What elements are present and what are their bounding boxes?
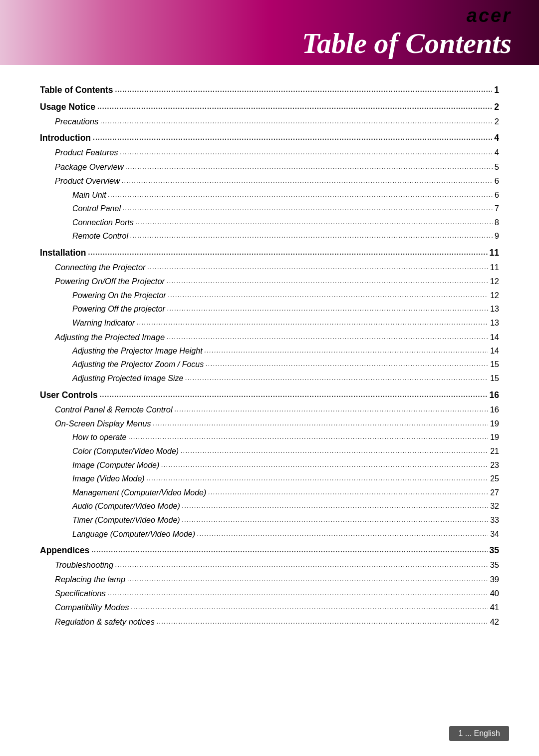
toc-item-36: Compatibility Modes41	[40, 601, 499, 614]
toc-item-30: Timer (Computer/Video Mode)33	[40, 514, 499, 527]
toc-page-35: 40	[490, 587, 499, 600]
toc-item-5: Package Overview5	[40, 160, 499, 173]
toc-dots-37	[157, 614, 488, 627]
toc-item-37: Regulation & safety notices42	[40, 615, 499, 628]
toc-page-6: 6	[495, 174, 499, 187]
toc-dots-33	[115, 557, 488, 570]
toc-dots-17	[167, 330, 488, 343]
toc-item-21: User Controls16	[40, 388, 499, 402]
toc-page-29: 32	[490, 500, 499, 513]
footer-language: English	[474, 729, 500, 738]
toc-item-9: Connection Ports8	[40, 216, 499, 229]
toc-page-16: 13	[490, 317, 499, 330]
toc-page-2: 2	[495, 115, 499, 128]
toc-content: Table of Contents1Usage Notice2Precautio…	[0, 65, 539, 659]
toc-page-18: 14	[490, 345, 499, 358]
toc-dots-16	[137, 316, 488, 329]
footer-separator: ...	[465, 729, 474, 738]
footer-page-indicator: 1 ... English	[449, 726, 509, 741]
toc-label-32: Appendices	[40, 543, 89, 557]
toc-item-8: Control Panel7	[40, 202, 499, 215]
toc-page-28: 27	[490, 486, 499, 499]
toc-page-3: 4	[494, 131, 499, 145]
toc-page-17: 14	[490, 331, 499, 344]
toc-label-29: Audio (Computer/Video Mode)	[72, 500, 180, 513]
toc-page-11: 11	[490, 246, 499, 260]
toc-item-18: Adjusting the Projector Image Height14	[40, 345, 499, 358]
toc-page-31: 34	[490, 528, 499, 541]
toc-page-4: 4	[495, 146, 499, 159]
toc-page-8: 7	[495, 202, 499, 215]
toc-dots-12	[148, 260, 488, 273]
toc-item-15: Powering Off the projector13	[40, 303, 499, 316]
toc-item-35: Specifications40	[40, 587, 499, 600]
toc-label-0: Table of Contents	[40, 83, 113, 97]
toc-item-13: Powering On/Off the Projector12	[40, 275, 499, 288]
toc-dots-0	[115, 82, 492, 96]
toc-item-22: Control Panel & Remote Control16	[40, 403, 499, 416]
toc-dots-24	[129, 430, 489, 443]
toc-dots-10	[130, 229, 493, 242]
toc-item-27: Image (Video Mode)25	[40, 472, 499, 485]
toc-page-36: 41	[490, 601, 499, 614]
toc-page-27: 25	[490, 472, 499, 485]
toc-page-30: 33	[490, 514, 499, 527]
toc-label-18: Adjusting the Projector Image Height	[72, 345, 203, 358]
toc-page-14: 12	[490, 289, 499, 302]
toc-label-20: Adjusting Projected Image Size	[72, 372, 183, 385]
toc-dots-32	[91, 542, 487, 556]
toc-dots-1	[97, 99, 492, 113]
toc-item-4: Product Features4	[40, 146, 499, 159]
toc-dots-18	[205, 344, 489, 357]
toc-dots-35	[108, 586, 488, 599]
toc-dots-4	[120, 145, 493, 158]
toc-dots-8	[123, 201, 493, 214]
toc-dots-5	[126, 159, 493, 172]
toc-item-19: Adjusting the Projector Zoom / Focus15	[40, 358, 499, 371]
toc-item-12: Connecting the Projector11	[40, 261, 499, 274]
toc-page-0: 1	[494, 83, 499, 97]
toc-dots-13	[167, 274, 488, 287]
toc-label-6: Product Overview	[55, 174, 120, 187]
toc-item-1: Usage Notice2	[40, 100, 499, 114]
toc-label-19: Adjusting the Projector Zoom / Focus	[72, 358, 204, 371]
toc-label-22: Control Panel & Remote Control	[55, 403, 173, 416]
toc-dots-26	[161, 458, 488, 471]
toc-label-33: Troubleshooting	[55, 558, 113, 571]
toc-item-0: Table of Contents1	[40, 83, 499, 97]
toc-label-34: Replacing the lamp	[55, 573, 125, 586]
toc-dots-3	[93, 130, 492, 144]
toc-dots-22	[175, 402, 488, 415]
toc-page-19: 15	[490, 358, 499, 371]
toc-page-13: 12	[490, 275, 499, 288]
toc-item-32: Appendices35	[40, 543, 499, 557]
toc-label-23: On-Screen Display Menus	[55, 417, 151, 430]
toc-item-26: Image (Computer Mode)23	[40, 459, 499, 472]
toc-label-4: Product Features	[55, 146, 118, 159]
toc-item-29: Audio (Computer/Video Mode)32	[40, 500, 499, 513]
header: acer Table of Contents	[0, 0, 539, 65]
toc-dots-7	[108, 188, 493, 201]
toc-page-15: 13	[490, 303, 499, 316]
toc-item-33: Troubleshooting35	[40, 558, 499, 571]
toc-dots-27	[147, 471, 489, 484]
toc-item-20: Adjusting Projected Image Size15	[40, 372, 499, 385]
toc-page-21: 16	[490, 388, 499, 402]
page-title: Table of Contents	[302, 26, 512, 60]
toc-item-23: On-Screen Display Menus19	[40, 417, 499, 430]
toc-label-12: Connecting the Projector	[55, 261, 146, 274]
toc-item-25: Color (Computer/Video Mode)21	[40, 445, 499, 458]
toc-label-26: Image (Computer Mode)	[72, 459, 159, 472]
toc-page-33: 35	[490, 558, 499, 571]
toc-dots-20	[185, 371, 488, 384]
toc-label-30: Timer (Computer/Video Mode)	[72, 514, 180, 527]
toc-page-7: 6	[495, 189, 499, 202]
toc-item-6: Product Overview6	[40, 174, 499, 187]
toc-dots-36	[131, 600, 488, 613]
toc-page-20: 15	[490, 372, 499, 385]
toc-page-12: 11	[490, 261, 499, 274]
toc-page-32: 35	[490, 543, 499, 557]
page-number: 1	[458, 729, 463, 738]
toc-label-15: Powering Off the projector	[72, 303, 165, 316]
toc-item-7: Main Unit6	[40, 189, 499, 202]
